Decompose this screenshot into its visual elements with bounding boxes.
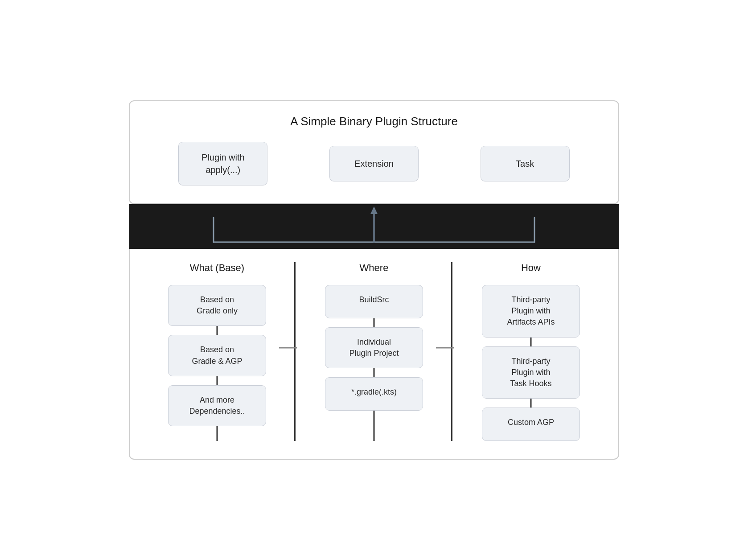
column-how: How Third-partyPlugin withArtifacts APIs… bbox=[452, 262, 609, 441]
connector-svg bbox=[129, 204, 619, 249]
bottom-section: What (Base) Based onGradle only Based on… bbox=[129, 249, 619, 460]
what-title: What (Base) bbox=[190, 262, 244, 274]
box-gradle-kts: *.gradle(.kts) bbox=[325, 377, 423, 411]
how-title: How bbox=[521, 262, 541, 274]
box-individual-plugin: IndividualPlugin Project bbox=[325, 327, 423, 368]
where-content: Where BuildSrc IndividualPlugin Project … bbox=[304, 262, 444, 411]
what-hdash bbox=[279, 347, 297, 349]
task-box: Task bbox=[481, 146, 570, 181]
top-section: A Simple Binary Plugin Structure Plugin … bbox=[129, 100, 619, 204]
plugin-box: Plugin withapply(...) bbox=[178, 142, 267, 185]
svg-marker-4 bbox=[370, 206, 378, 214]
box-buildsrc: BuildSrc bbox=[325, 285, 423, 318]
box-artifacts-apis: Third-partyPlugin withArtifacts APIs bbox=[482, 285, 580, 338]
column-where: Where BuildSrc IndividualPlugin Project … bbox=[296, 262, 452, 441]
top-boxes: Plugin withapply(...) Extension Task bbox=[148, 142, 600, 185]
box-custom-agp: Custom AGP bbox=[482, 408, 580, 441]
extension-box: Extension bbox=[329, 146, 419, 181]
box-gradle-agp: Based onGradle & AGP bbox=[168, 335, 266, 376]
diagram-container: A Simple Binary Plugin Structure Plugin … bbox=[129, 100, 619, 460]
box-gradle-only: Based onGradle only bbox=[168, 285, 266, 326]
where-hdash bbox=[436, 347, 454, 349]
diagram-title: A Simple Binary Plugin Structure bbox=[148, 115, 600, 128]
where-boxes: BuildSrc IndividualPlugin Project *.grad… bbox=[304, 285, 444, 411]
where-title: Where bbox=[360, 262, 389, 274]
what-content: What (Base) Based onGradle only Based on… bbox=[148, 262, 287, 426]
column-what: What (Base) Based onGradle only Based on… bbox=[139, 262, 296, 441]
connector-area bbox=[129, 204, 619, 249]
what-boxes: Based onGradle only Based onGradle & AGP… bbox=[148, 285, 287, 426]
box-task-hooks: Third-partyPlugin withTask Hooks bbox=[482, 346, 580, 399]
box-more-deps: And moreDependencies.. bbox=[168, 385, 266, 426]
how-content: How Third-partyPlugin withArtifacts APIs… bbox=[461, 262, 600, 441]
how-boxes: Third-partyPlugin withArtifacts APIs Thi… bbox=[461, 285, 600, 441]
